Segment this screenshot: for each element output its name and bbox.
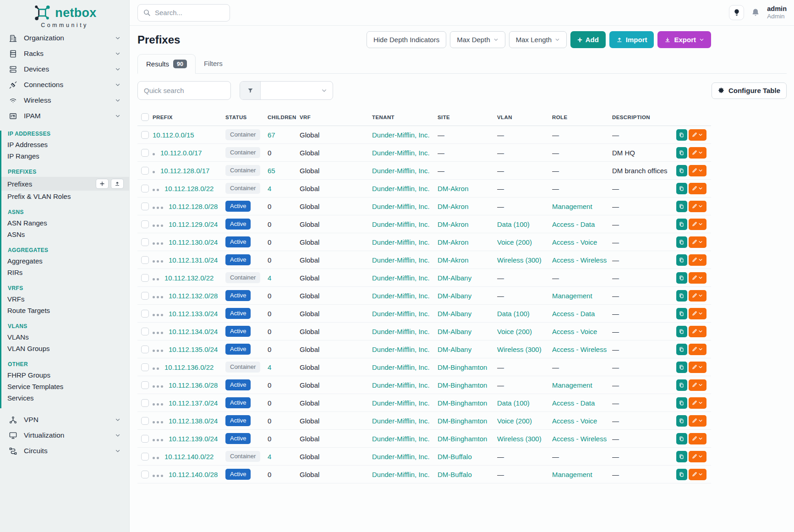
- row-checkbox[interactable]: [141, 185, 149, 192]
- select-all-checkbox[interactable]: [141, 113, 149, 121]
- tenant-link[interactable]: Dunder-Mifflin, Inc.: [372, 328, 430, 335]
- copy-button[interactable]: [676, 451, 687, 462]
- sidebar-item-racks[interactable]: Racks: [0, 46, 129, 61]
- vlan-link[interactable]: Data (100): [497, 220, 530, 228]
- copy-button[interactable]: [676, 469, 687, 480]
- sidebar-item-devices[interactable]: Devices: [0, 61, 129, 77]
- edit-button[interactable]: [689, 147, 706, 159]
- site-link[interactable]: DM-Akron: [438, 256, 469, 264]
- add-button[interactable]: + Add: [570, 31, 606, 48]
- row-checkbox[interactable]: [141, 220, 149, 228]
- copy-button[interactable]: [676, 201, 687, 212]
- role-link[interactable]: Access - Data: [552, 220, 595, 228]
- edit-button[interactable]: [689, 201, 706, 212]
- configure-table-button[interactable]: Configure Table: [712, 82, 787, 99]
- copy-button[interactable]: [676, 236, 687, 248]
- role-link[interactable]: Management: [552, 471, 592, 478]
- edit-button[interactable]: [689, 308, 706, 319]
- sidebar-item-asn-ranges[interactable]: ASN Ranges: [1, 217, 129, 229]
- edit-button[interactable]: [689, 129, 706, 141]
- column-header-prefix[interactable]: PREFIX: [153, 109, 225, 126]
- prefix-link[interactable]: 10.112.136.0/22: [164, 363, 214, 371]
- tenant-link[interactable]: Dunder-Mifflin, Inc.: [372, 220, 430, 228]
- row-checkbox[interactable]: [141, 417, 149, 425]
- tenant-link[interactable]: Dunder-Mifflin, Inc.: [372, 399, 430, 407]
- tenant-link[interactable]: Dunder-Mifflin, Inc.: [372, 149, 430, 157]
- row-checkbox[interactable]: [141, 256, 149, 264]
- prefix-link[interactable]: 10.112.128.0/22: [164, 185, 214, 192]
- prefix-link[interactable]: 10.112.0.0/17: [160, 149, 202, 157]
- import-button[interactable]: Import: [609, 31, 654, 48]
- vlan-link[interactable]: Voice (200): [497, 238, 532, 246]
- prefix-link[interactable]: 10.112.139.0/24: [169, 435, 218, 443]
- prefix-link[interactable]: 10.112.131.0/24: [169, 256, 218, 264]
- tenant-link[interactable]: Dunder-Mifflin, Inc.: [372, 274, 430, 282]
- sidebar-item-circuits[interactable]: Circuits: [0, 443, 129, 459]
- sidebar-item-virtualization[interactable]: Virtualization: [0, 428, 129, 443]
- sidebar-item-prefix-vlan-roles[interactable]: Prefix & VLAN Roles: [1, 191, 129, 202]
- role-link[interactable]: Management: [552, 203, 592, 210]
- site-link[interactable]: DM-Akron: [438, 203, 469, 210]
- sidebar-item-vlan-groups[interactable]: VLAN Groups: [1, 343, 129, 354]
- hide-depth-indicators-button[interactable]: Hide Depth Indicators: [367, 31, 446, 48]
- row-checkbox[interactable]: [141, 471, 149, 478]
- edit-button[interactable]: [689, 183, 706, 194]
- sidebar-item-wireless[interactable]: Wireless: [0, 93, 129, 108]
- edit-button[interactable]: [689, 290, 706, 302]
- tenant-link[interactable]: Dunder-Mifflin, Inc.: [372, 346, 430, 353]
- tab-filters[interactable]: Filters: [196, 54, 231, 73]
- row-checkbox[interactable]: [141, 238, 149, 246]
- column-header-children[interactable]: CHILDREN: [268, 109, 300, 126]
- edit-button[interactable]: [689, 362, 706, 373]
- role-link[interactable]: Access - Wireless: [552, 346, 607, 353]
- column-header-description[interactable]: DESCRIPTION: [612, 109, 676, 126]
- copy-button[interactable]: [676, 147, 687, 159]
- row-checkbox[interactable]: [141, 363, 149, 371]
- copy-button[interactable]: [676, 308, 687, 319]
- tenant-link[interactable]: Dunder-Mifflin, Inc.: [372, 435, 430, 443]
- max-depth-dropdown[interactable]: Max Depth: [450, 31, 505, 48]
- prefix-link[interactable]: 10.112.129.0/24: [169, 220, 218, 228]
- children-count-link[interactable]: 4: [268, 274, 271, 282]
- edit-button[interactable]: [689, 272, 706, 284]
- theme-toggle-button[interactable]: [729, 5, 744, 20]
- edit-button[interactable]: [689, 397, 706, 409]
- tenant-link[interactable]: Dunder-Mifflin, Inc.: [372, 292, 430, 300]
- quick-add-button[interactable]: [96, 179, 109, 189]
- row-checkbox[interactable]: [141, 167, 149, 175]
- edit-button[interactable]: [689, 219, 706, 230]
- site-link[interactable]: DM-Albany: [438, 310, 471, 318]
- tenant-link[interactable]: Dunder-Mifflin, Inc.: [372, 310, 430, 318]
- site-link[interactable]: DM-Akron: [438, 185, 469, 192]
- sidebar-item-ipam[interactable]: IPAM: [0, 108, 129, 124]
- row-checkbox[interactable]: [141, 381, 149, 389]
- quick-search-input[interactable]: [137, 81, 231, 100]
- tenant-link[interactable]: Dunder-Mifflin, Inc.: [372, 167, 430, 175]
- edit-button[interactable]: [689, 326, 706, 337]
- children-count-link[interactable]: 67: [268, 131, 275, 139]
- prefix-link[interactable]: 10.112.130.0/24: [169, 238, 218, 246]
- prefix-link[interactable]: 10.112.140.0/22: [164, 453, 214, 461]
- tenant-link[interactable]: Dunder-Mifflin, Inc.: [372, 363, 430, 371]
- sidebar-item-route-targets[interactable]: Route Targets: [1, 305, 129, 316]
- site-link[interactable]: DM-Binghamton: [438, 381, 487, 389]
- export-button[interactable]: Export: [657, 31, 711, 48]
- role-link[interactable]: Access - Voice: [552, 328, 597, 335]
- prefix-link[interactable]: 10.112.128.0/17: [160, 167, 209, 175]
- sidebar-item-services[interactable]: Services: [1, 392, 129, 404]
- prefix-link[interactable]: 10.112.128.0/28: [169, 203, 218, 210]
- copy-button[interactable]: [676, 379, 687, 391]
- prefix-link[interactable]: 10.112.137.0/24: [169, 399, 218, 407]
- site-link[interactable]: DM-Akron: [438, 220, 469, 228]
- site-link[interactable]: DM-Binghamton: [438, 435, 487, 443]
- site-link[interactable]: DM-Albany: [438, 292, 471, 300]
- site-link[interactable]: DM-Akron: [438, 238, 469, 246]
- vlan-link[interactable]: Wireless (300): [497, 435, 542, 443]
- site-link[interactable]: DM-Albany: [438, 328, 471, 335]
- sidebar-item-aggregates[interactable]: Aggregates: [1, 255, 129, 267]
- row-checkbox[interactable]: [141, 328, 149, 335]
- row-checkbox[interactable]: [141, 292, 149, 300]
- column-header-vrf[interactable]: VRF: [300, 109, 372, 126]
- role-link[interactable]: Access - Voice: [552, 238, 597, 246]
- sidebar-item-ip-addresses[interactable]: IP Addresses: [1, 139, 129, 150]
